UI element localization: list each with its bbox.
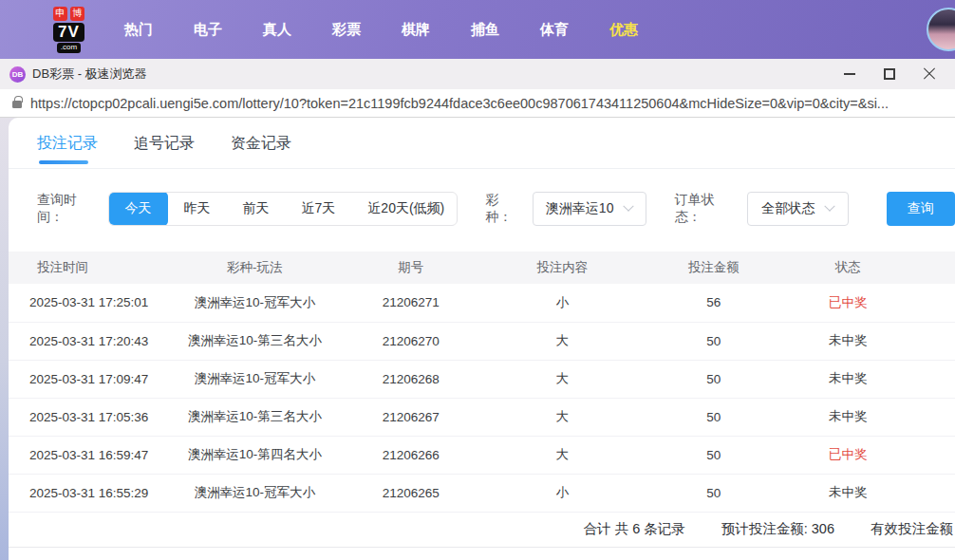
minimize-icon — [844, 73, 855, 75]
main-nav: 热门电子真人彩票棋牌捕鱼体育优惠 — [124, 21, 638, 39]
cell-issue: 21206270 — [340, 322, 482, 360]
bet-records-table: 投注时间彩种-玩法期号投注内容投注金额状态 2025-03-31 17:25:0… — [9, 252, 955, 513]
cell-status: 未中奖 — [785, 398, 955, 436]
query-button[interactable]: 查询 — [887, 192, 955, 226]
cell-amount: 50 — [643, 474, 785, 512]
table-header-row: 投注时间彩种-玩法期号投注内容投注金额状态 — [9, 252, 955, 284]
tab-bet-records[interactable]: 投注记录 — [37, 134, 98, 168]
cell-status: 已中奖 — [785, 284, 955, 322]
logo-badge-1: 申 — [53, 7, 67, 21]
table-header: 投注时间彩种-玩法期号投注内容投注金额状态 — [9, 252, 955, 284]
nav-item-sports[interactable]: 体育 — [540, 21, 569, 39]
cell-amount: 50 — [643, 322, 785, 360]
summary-expected-amount: 预计投注金额: 306 — [721, 520, 834, 538]
lottery-select-value: 澳洲幸运10 — [546, 200, 614, 217]
cell-status: 未中奖 — [785, 322, 955, 360]
nav-item-lottery[interactable]: 彩票 — [332, 21, 361, 39]
cell-status: 未中奖 — [785, 474, 955, 512]
cell-content: 大 — [481, 322, 642, 360]
order-status-label: 订单状态： — [675, 192, 740, 226]
lottery-filter-label: 彩种： — [486, 192, 525, 226]
cell-issue: 21206266 — [340, 436, 482, 474]
site-logo[interactable]: 申 博 7V .com — [53, 7, 84, 53]
url-bar: https://ctopcp02pcali.uengi5e.com/lotter… — [0, 89, 955, 118]
logo-sub-text: .com — [57, 43, 81, 53]
cell-issue: 21206267 — [340, 398, 482, 436]
table-row: 2025-03-31 17:25:01澳洲幸运10-冠军大小21206271小5… — [9, 284, 955, 322]
order-status-select[interactable]: 全部状态 — [747, 192, 848, 226]
nav-item-live[interactable]: 真人 — [263, 21, 291, 39]
time-filter-group: 今天昨天前天近7天近20天(低频) — [108, 192, 458, 226]
logo-badges: 申 博 — [53, 7, 84, 21]
close-button[interactable] — [909, 61, 949, 87]
close-icon — [923, 67, 936, 81]
time-option-day-before[interactable]: 前天 — [227, 192, 286, 226]
content-card: 投注记录 追号记录 资金记录 查询时间： 今天昨天前天近7天近20天(低频) 彩… — [9, 118, 955, 560]
column-header: 投注金额 — [643, 252, 785, 284]
nav-item-hot[interactable]: 热门 — [124, 21, 153, 39]
cell-content: 小 — [481, 284, 642, 322]
cell-time: 2025-03-31 16:59:47 — [9, 436, 169, 474]
time-option-last-20-days[interactable]: 近20天(低频) — [351, 192, 457, 226]
url-text[interactable]: https://ctopcp02pcali.uengi5e.com/lotter… — [30, 96, 889, 111]
column-header: 状态 — [785, 252, 955, 284]
cell-content: 大 — [481, 360, 642, 398]
cell-issue: 21206265 — [340, 474, 482, 512]
browser-titlebar: DB DB彩票 - 极速浏览器 — [0, 59, 955, 89]
cell-content: 小 — [481, 474, 642, 512]
column-header: 期号 — [340, 252, 482, 284]
logo-badge-2: 博 — [70, 7, 84, 21]
order-status-value: 全部状态 — [761, 200, 815, 217]
chevron-down-icon — [825, 201, 835, 212]
table-row: 2025-03-31 17:20:43澳洲幸运10-第三名大小21206270大… — [9, 322, 955, 360]
cell-game: 澳洲幸运10-冠军大小 — [169, 284, 339, 322]
table-row: 2025-03-31 17:09:47澳洲幸运10-冠军大小21206268大5… — [9, 360, 955, 398]
time-filter-label: 查询时间： — [37, 192, 103, 226]
time-option-today[interactable]: 今天 — [109, 192, 168, 226]
cell-amount: 56 — [643, 284, 785, 322]
promo-bar: 申 博 7V .com 热门电子真人彩票棋牌捕鱼体育优惠 — [0, 0, 955, 59]
chevron-down-icon — [624, 201, 634, 212]
tab-bar: 投注记录 追号记录 资金记录 — [9, 118, 955, 169]
cell-status: 未中奖 — [785, 360, 955, 398]
lottery-select[interactable]: 澳洲幸运10 — [533, 192, 646, 226]
cell-game: 澳洲幸运10-冠军大小 — [169, 474, 339, 512]
nav-item-fishing[interactable]: 捕鱼 — [471, 21, 499, 39]
minimize-button[interactable] — [830, 61, 870, 87]
nav-item-promotions[interactable]: 优惠 — [609, 21, 638, 39]
site-favicon: DB — [9, 66, 26, 83]
cell-status: 已中奖 — [785, 436, 955, 474]
logo-main-text: 7V — [53, 23, 84, 42]
column-header: 投注时间 — [9, 252, 169, 284]
tab-chase-records[interactable]: 追号记录 — [134, 134, 195, 168]
tab-fund-records[interactable]: 资金记录 — [231, 134, 291, 168]
time-option-yesterday[interactable]: 昨天 — [168, 192, 227, 226]
cell-game: 澳洲幸运10-第四名大小 — [169, 436, 339, 474]
cell-time: 2025-03-31 17:20:43 — [9, 322, 169, 360]
cell-amount: 50 — [643, 360, 785, 398]
cell-game: 澳洲幸运10-第三名大小 — [169, 398, 339, 436]
time-option-last-7-days[interactable]: 近7天 — [286, 192, 352, 226]
nav-item-electronic[interactable]: 电子 — [194, 21, 222, 39]
cell-content: 大 — [481, 436, 642, 474]
nav-item-chess[interactable]: 棋牌 — [402, 21, 430, 39]
cell-issue: 21206271 — [340, 284, 482, 322]
column-header: 投注内容 — [481, 252, 642, 284]
cell-game: 澳洲幸运10-冠军大小 — [169, 360, 339, 398]
table-row: 2025-03-31 16:59:47澳洲幸运10-第四名大小21206266大… — [9, 436, 955, 474]
cell-time: 2025-03-31 16:55:29 — [9, 474, 169, 512]
maximize-icon — [884, 68, 895, 80]
column-header: 彩种-玩法 — [169, 252, 339, 284]
summary-total: 合计 共 6 条记录 — [584, 520, 685, 538]
cell-time: 2025-03-31 17:09:47 — [9, 360, 169, 398]
maximize-button[interactable] — [870, 61, 909, 87]
table-body: 2025-03-31 17:25:01澳洲幸运10-冠军大小21206271小5… — [9, 284, 955, 512]
lock-icon — [12, 101, 22, 108]
table-row: 2025-03-31 17:05:36澳洲幸运10-第三名大小21206267大… — [9, 398, 955, 436]
user-avatar[interactable] — [927, 8, 955, 51]
cell-time: 2025-03-31 17:05:36 — [9, 398, 169, 436]
cell-amount: 50 — [643, 398, 785, 436]
table-row: 2025-03-31 16:55:29澳洲幸运10-冠军大小21206265小5… — [9, 474, 955, 512]
filter-bar: 查询时间： 今天昨天前天近7天近20天(低频) 彩种： 澳洲幸运10 订单状态：… — [37, 192, 955, 226]
window-title: DB彩票 - 极速浏览器 — [32, 65, 147, 83]
